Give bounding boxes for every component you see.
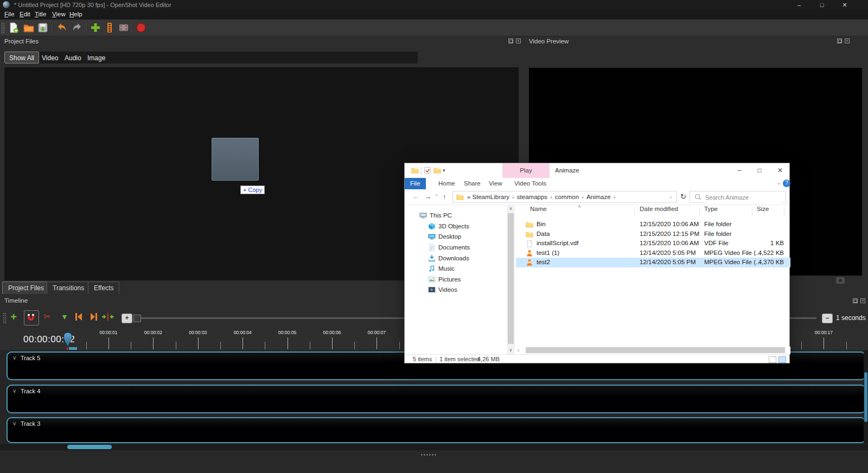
ribbon-tab-share[interactable]: Share (458, 178, 486, 189)
breadcrumb-segment[interactable]: SteamLibrary (473, 194, 509, 200)
folder-icon[interactable] (411, 167, 419, 175)
column-header-name[interactable]: Name (530, 206, 547, 212)
close-panel-icon[interactable]: × (860, 298, 865, 303)
breadcrumb-segment[interactable]: common (555, 194, 579, 200)
address-box[interactable]: « SteamLibrary›steamapps›common›Animaze›… (452, 191, 677, 203)
search-box[interactable] (690, 191, 786, 203)
customize-quick-access-icon[interactable]: ▾ (443, 168, 445, 173)
track-track-4[interactable]: ∨Track 4 (7, 385, 866, 413)
sidebar-item-this-pc[interactable]: This PC (405, 210, 507, 221)
column-separator[interactable] (699, 207, 700, 216)
chevron-down-icon[interactable]: ∨ (12, 355, 16, 361)
file-row[interactable]: test212/14/2020 5:05 PMMPEG Video File (… (516, 258, 790, 267)
close-panel-icon[interactable]: × (845, 39, 850, 43)
scrollbar-thumb[interactable] (526, 347, 785, 353)
breadcrumb-separator-icon[interactable]: › (509, 194, 517, 200)
column-separator[interactable] (634, 207, 635, 216)
file-row[interactable]: Bin12/15/2020 10:06 AMFile folder (516, 220, 790, 229)
minimize-button[interactable]: – (791, 1, 807, 9)
details-view-icon[interactable] (769, 356, 776, 363)
tab-project-files[interactable]: Project Files (2, 282, 50, 294)
close-button[interactable]: ✕ (837, 1, 853, 9)
save-project-icon[interactable] (37, 22, 49, 34)
ribbon-tab-view[interactable]: View (483, 178, 508, 189)
menu-title[interactable]: Title (35, 11, 46, 17)
add-marker-icon[interactable]: ▼ (59, 311, 71, 323)
center-playhead-icon[interactable] (101, 312, 115, 324)
scrollbar-thumb[interactable] (67, 445, 112, 449)
toolbar-drag-handle[interactable] (3, 312, 7, 323)
add-track-icon[interactable]: + (8, 311, 20, 323)
zoom-slider-thumb[interactable] (133, 315, 141, 322)
sidebar-item-videos[interactable]: Videos (405, 285, 507, 295)
next-marker-icon[interactable] (88, 312, 100, 324)
ribbon-tab-home[interactable]: Home (433, 178, 461, 189)
column-header-type[interactable]: Type (704, 206, 718, 212)
dragged-clip-thumbnail[interactable] (212, 138, 259, 181)
menu-edit[interactable]: Edit (20, 11, 30, 17)
column-separator[interactable] (784, 207, 784, 216)
explorer-titlebar[interactable]: ▾ Play Animaze – □ ✕ (405, 163, 789, 178)
chevron-down-icon[interactable]: ∨ (12, 388, 16, 394)
filter-tab-image[interactable]: Image (82, 52, 110, 63)
breadcrumb-separator-icon[interactable]: › (547, 194, 555, 200)
chevron-down-icon[interactable]: ∨ (12, 420, 16, 426)
razor-icon[interactable]: ✂ (41, 311, 53, 323)
float-panel-icon[interactable] (853, 298, 858, 303)
sidebar-item-music[interactable]: Music (405, 264, 507, 274)
maximize-button[interactable]: □ (750, 163, 769, 178)
track-track-3[interactable]: ∨Track 3 (7, 417, 866, 443)
breadcrumb-segment[interactable]: steamapps (517, 194, 547, 200)
ribbon-tab-video-tools[interactable]: Video Tools (509, 178, 552, 189)
search-input[interactable] (704, 192, 782, 203)
properties-icon[interactable] (424, 167, 431, 175)
capture-screenshot-icon[interactable] (836, 277, 845, 284)
new-folder-icon[interactable] (433, 167, 441, 175)
fullscreen-icon[interactable] (118, 22, 130, 34)
splitter-handle[interactable] (420, 453, 437, 456)
sidebar-item-documents[interactable]: Documents (405, 242, 507, 253)
large-icons-view-icon[interactable] (778, 356, 786, 363)
playhead-marker[interactable] (63, 331, 73, 348)
scrollbar-thumb[interactable] (508, 213, 514, 344)
undo-icon[interactable] (56, 22, 68, 34)
timeline-tracks-area[interactable]: ∨Track 5∨Track 4∨Track 3 (0, 350, 868, 451)
column-header-date-modified[interactable]: Date modified (640, 206, 678, 212)
open-project-icon[interactable] (23, 22, 35, 34)
minimize-ribbon-icon[interactable]: ⌄ (777, 180, 781, 186)
help-icon[interactable]: ? (783, 180, 790, 187)
back-icon[interactable]: ← (412, 193, 419, 201)
import-files-icon[interactable] (90, 22, 101, 34)
timeline-vertical-scrollbar[interactable] (864, 350, 868, 444)
previous-marker-icon[interactable] (73, 312, 85, 324)
minimize-button[interactable]: – (730, 163, 749, 178)
menu-help[interactable]: Help (69, 11, 82, 17)
refresh-icon[interactable]: ↻ (680, 193, 686, 201)
float-panel-icon[interactable] (508, 39, 513, 43)
zoom-in-icon[interactable]: + (122, 314, 132, 323)
breadcrumb-separator-icon[interactable]: › (579, 194, 586, 200)
ribbon-tab-file[interactable]: File (405, 178, 426, 189)
scrollbar-thumb[interactable] (864, 372, 867, 422)
nav-scrollbar[interactable]: ∧ ∨ (507, 204, 515, 354)
forward-icon[interactable]: → (424, 193, 431, 201)
contextual-tab-play[interactable]: Play (502, 163, 550, 178)
filter-tab-show-all[interactable]: Show All (4, 52, 39, 63)
sidebar-item-desktop[interactable]: Desktop (405, 232, 507, 242)
zoom-out-icon[interactable]: – (822, 314, 833, 323)
recent-locations-icon[interactable]: ⌄ (435, 191, 439, 197)
file-row[interactable]: Data12/15/2020 12:15 PMFile folder (516, 229, 790, 239)
scroll-up-icon[interactable]: ∧ (507, 206, 515, 211)
breadcrumb-segment[interactable]: Animaze (586, 194, 611, 200)
up-icon[interactable]: ↑ (443, 193, 446, 201)
scroll-down-icon[interactable]: ∨ (507, 348, 515, 353)
sidebar-item-pictures[interactable]: Pictures (405, 274, 507, 285)
sidebar-item-3d-objects[interactable]: 3D Objects (405, 221, 507, 232)
file-row[interactable]: installScript.vdf12/15/2020 10:06 AMVDF … (516, 239, 790, 248)
column-header-size[interactable]: Size (757, 206, 769, 212)
column-separator[interactable] (752, 207, 752, 216)
snap-button[interactable] (24, 310, 39, 325)
toolbar-drag-handle[interactable] (1, 22, 5, 33)
file-row[interactable]: test1 (1)12/14/2020 5:05 PMMPEG Video Fi… (516, 248, 790, 258)
export-video-icon[interactable] (135, 22, 147, 34)
